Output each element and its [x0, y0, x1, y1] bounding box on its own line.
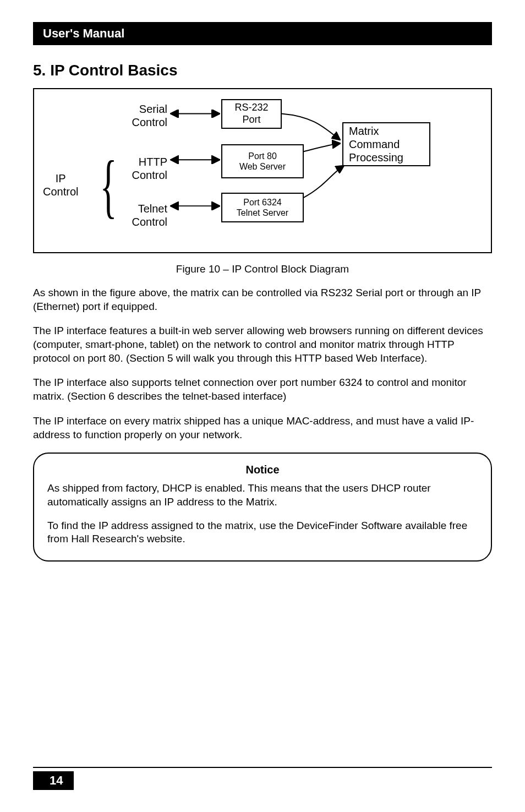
notice-paragraph-1: As shipped from factory, DHCP is enabled…	[47, 482, 478, 509]
body-paragraph-2: The IP interface features a built-in web…	[33, 324, 492, 365]
page-number: 14	[33, 771, 74, 790]
notice-title: Notice	[47, 464, 478, 476]
figure-caption: Figure 10 – IP Control Block Diagram	[33, 263, 492, 275]
header-bar: User's Manual	[33, 22, 492, 45]
block-diagram: IPControl { SerialControl HTTPControl Te…	[33, 88, 492, 253]
notice-paragraph-2: To find the IP address assigned to the m…	[47, 519, 478, 546]
section-heading: 5. IP Control Basics	[33, 62, 492, 79]
body-paragraph-3: The IP interface also supports telnet co…	[33, 376, 492, 403]
body-paragraph-1: As shown in the figure above, the matrix…	[33, 286, 492, 313]
body-paragraph-4: The IP interface on every matrix shipped…	[33, 415, 492, 442]
notice-box: Notice As shipped from factory, DHCP is …	[33, 453, 492, 562]
diagram-arrows	[34, 89, 491, 252]
header-title: User's Manual	[43, 26, 124, 40]
footer-divider	[33, 767, 492, 768]
